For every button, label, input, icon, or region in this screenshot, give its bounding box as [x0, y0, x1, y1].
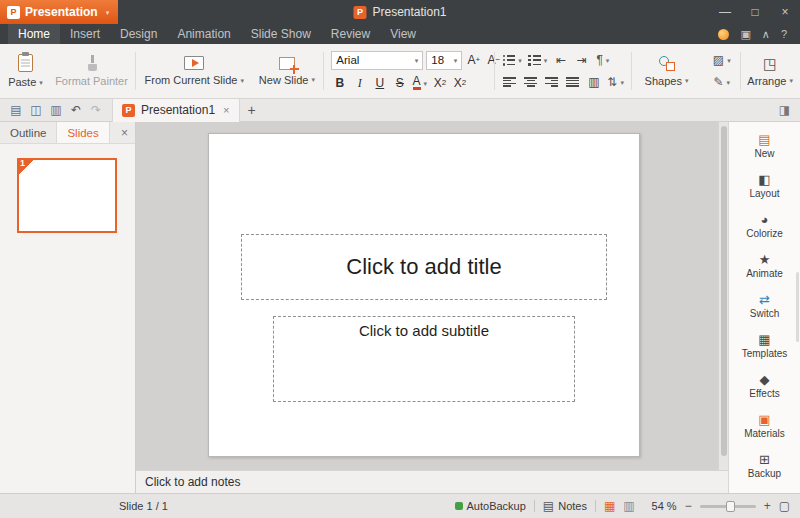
from-current-slide-label: From Current Slide: [145, 74, 238, 86]
document-tab-close-icon[interactable]: ×: [223, 104, 229, 116]
shapes-group: Shapes ▾ ▨ ▾ ✎ ▾: [633, 47, 739, 95]
slide-thumbnail-1[interactable]: 1: [17, 158, 117, 233]
slide-canvas-area[interactable]: Click to add title Click to add subtitle: [136, 122, 718, 470]
panel-item-backup[interactable]: ⊞ Backup: [729, 446, 800, 486]
fit-to-window-button[interactable]: ▢: [779, 500, 790, 512]
tab-insert[interactable]: Insert: [60, 24, 110, 44]
ribbon-separator: [740, 52, 741, 90]
slides-panel: Outline Slides × 1: [0, 122, 136, 493]
slides-panel-close-icon[interactable]: ×: [114, 122, 135, 143]
panel-item-effects[interactable]: ◆ Effects: [729, 366, 800, 406]
tab-review[interactable]: Review: [321, 24, 380, 44]
bold-button[interactable]: B: [331, 75, 348, 92]
collapse-ribbon-icon[interactable]: ∧: [762, 29, 770, 40]
font-family-select[interactable]: Arial ▾: [331, 51, 423, 70]
subscript-button[interactable]: X2: [451, 75, 468, 92]
panel-item-label: Backup: [748, 468, 781, 479]
italic-button[interactable]: I: [351, 75, 368, 92]
underline-button[interactable]: U: [371, 75, 388, 92]
tab-design[interactable]: Design: [110, 24, 167, 44]
vertical-scrollbar-thumb[interactable]: [721, 126, 727, 456]
tab-outline[interactable]: Outline: [0, 122, 56, 143]
file-icon[interactable]: ▤: [6, 103, 26, 117]
task-pane-toggle-icon[interactable]: ◨: [779, 103, 794, 117]
slide-sorter-view-button[interactable]: ▥: [623, 500, 634, 512]
increase-font-size-button[interactable]: A+: [465, 52, 482, 69]
panel-item-layout[interactable]: ◧ Layout: [729, 166, 800, 206]
outline-color-button[interactable]: ✎ ▾: [711, 73, 733, 91]
superscript-button[interactable]: X2: [431, 75, 448, 92]
statusbar-divider: [595, 500, 596, 512]
justify-button[interactable]: [563, 73, 582, 91]
minimize-button[interactable]: —: [710, 0, 740, 24]
columns-button[interactable]: ▥: [584, 73, 603, 91]
animate-icon: ★: [759, 253, 771, 266]
bullets-button[interactable]: ▾: [500, 51, 524, 69]
new-document-tab-button[interactable]: +: [240, 102, 264, 118]
fill-color-button[interactable]: ▨ ▾: [711, 51, 733, 69]
numbering-button[interactable]: ▾: [526, 51, 550, 69]
maximize-button[interactable]: □: [740, 0, 770, 24]
strikethrough-button[interactable]: S: [391, 75, 408, 92]
notes-toggle[interactable]: ▤ Notes: [543, 500, 587, 512]
panel-item-animate[interactable]: ★ Animate: [729, 246, 800, 286]
font-color-button[interactable]: A ▾: [411, 75, 428, 92]
app-menu-button[interactable]: P Presentation ▾: [0, 0, 118, 24]
panel-item-switch[interactable]: ⇄ Switch: [729, 286, 800, 326]
subtitle-placeholder[interactable]: Click to add subtitle: [273, 316, 575, 402]
ribbon-separator: [494, 52, 495, 90]
paste-button[interactable]: Paste ▾: [3, 52, 48, 90]
arrange-button[interactable]: ◳ Arrange ▾: [742, 54, 798, 89]
numbering-icon: [528, 55, 541, 65]
align-right-button[interactable]: [542, 73, 561, 91]
decrease-indent-button[interactable]: ⇤: [551, 51, 570, 69]
zoom-out-button[interactable]: −: [685, 500, 692, 512]
redo-icon[interactable]: ↷: [86, 103, 106, 117]
help-icon[interactable]: ?: [781, 29, 787, 40]
tab-slide-show[interactable]: Slide Show: [241, 24, 321, 44]
font-size-select[interactable]: 18 ▾: [426, 51, 462, 70]
panel-item-materials[interactable]: ▣ Materials: [729, 406, 800, 446]
normal-view-button[interactable]: ▦: [604, 500, 615, 512]
notes-area[interactable]: Click to add notes: [136, 470, 728, 493]
close-button[interactable]: ×: [770, 0, 800, 24]
increase-indent-button[interactable]: ⇥: [572, 51, 591, 69]
assistant-icon[interactable]: [718, 29, 729, 40]
shapes-button[interactable]: Shapes ▾: [640, 54, 694, 89]
zoom-slider[interactable]: [700, 505, 756, 508]
align-left-button[interactable]: [500, 73, 519, 91]
vertical-scrollbar[interactable]: [718, 122, 728, 470]
task-panel-scrollbar[interactable]: [796, 272, 799, 342]
from-current-slide-button[interactable]: From Current Slide ▾: [140, 54, 249, 88]
tab-home[interactable]: Home: [8, 24, 60, 44]
format-painter-button[interactable]: Format Painter: [50, 53, 133, 89]
new-slide-button[interactable]: New Slide ▾: [254, 55, 320, 88]
document-tab-presentation1[interactable]: P Presentation1 ×: [112, 99, 240, 122]
document-tab-icon: P: [122, 104, 135, 117]
print-icon[interactable]: ▥: [46, 103, 66, 117]
text-direction-button[interactable]: ¶ ▾: [593, 51, 612, 69]
title-placeholder[interactable]: Click to add title: [241, 234, 607, 300]
panel-item-label: New: [754, 148, 774, 159]
panel-item-templates[interactable]: ▦ Templates: [729, 326, 800, 366]
zoom-in-button[interactable]: +: [764, 500, 771, 512]
save-icon[interactable]: ◫: [26, 103, 46, 117]
undo-icon[interactable]: ↶: [66, 103, 86, 117]
autobackup-status[interactable]: AutoBackup: [455, 500, 526, 512]
window-title: Presentation1: [372, 5, 446, 19]
zoom-value[interactable]: 54 %: [643, 500, 677, 512]
panels-icon[interactable]: ▣: [740, 29, 750, 40]
tab-view[interactable]: View: [380, 24, 426, 44]
document-tab-label: Presentation1: [141, 103, 215, 117]
panel-item-new[interactable]: ▤ New: [729, 126, 800, 166]
line-spacing-button[interactable]: ⇅ ▾: [605, 73, 626, 91]
panel-item-label: Materials: [744, 428, 785, 439]
new-slide-caret-icon: ▾: [311, 76, 315, 83]
panel-item-colorize[interactable]: ◕ Colorize: [729, 206, 800, 246]
zoom-slider-thumb[interactable]: [726, 501, 735, 512]
notes-placeholder-text: Click to add notes: [145, 475, 240, 489]
align-center-button[interactable]: [521, 73, 540, 91]
tab-slides[interactable]: Slides: [56, 122, 109, 143]
slide[interactable]: Click to add title Click to add subtitle: [208, 133, 640, 457]
tab-animation[interactable]: Animation: [167, 24, 240, 44]
